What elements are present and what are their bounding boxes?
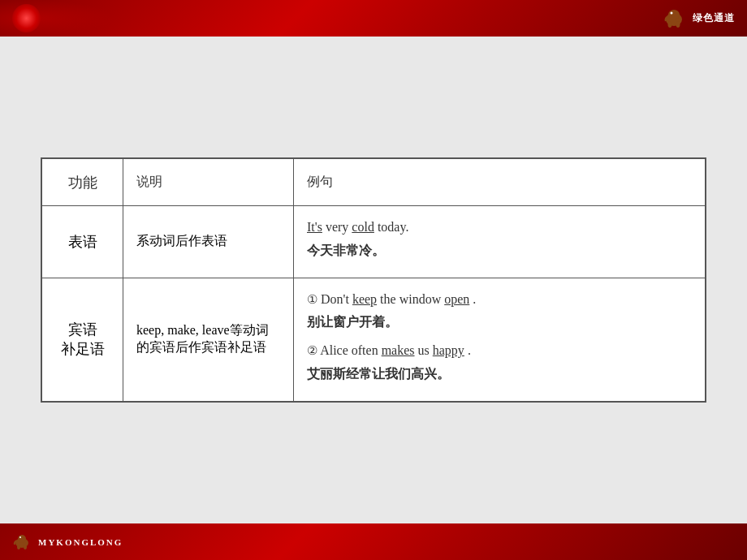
svg-point-6 <box>18 535 26 543</box>
main-content: 功能 说明 例句 表语 系动词后作表语 <box>0 37 747 523</box>
header-circle <box>12 4 41 32</box>
example-chinese-1: 今天非常冷。 <box>307 239 692 263</box>
footer-logo-icon <box>12 532 32 552</box>
underline-its: It's <box>307 220 322 234</box>
header-func: 功能 <box>42 159 123 206</box>
svg-point-4 <box>671 11 673 14</box>
content-table: 功能 说明 例句 表语 系动词后作表语 <box>41 158 706 402</box>
header-logo-text: 绿色通道 <box>693 11 735 25</box>
table-header-row: 功能 说明 例句 <box>42 159 706 206</box>
cell-desc-1: 系动词后作表语 <box>123 206 294 278</box>
underline-cold: cold <box>352 220 374 234</box>
cell-func-1: 表语 <box>42 206 123 278</box>
table-row: 宾语 补足语 keep, make, leave等动词的宾语后作宾语补足语 ① … <box>42 278 706 401</box>
header-example: 例句 <box>294 159 706 206</box>
underline-happy: happy <box>433 343 464 357</box>
svg-point-9 <box>19 536 21 538</box>
example-block-2b: ② Alice often makes us happy . 艾丽斯经常让我们高… <box>307 339 692 386</box>
cell-example-1: It's very cold today. 今天非常冷。 <box>294 206 706 278</box>
example-chinese-2a: 别让窗户开着。 <box>307 311 692 334</box>
svg-point-3 <box>676 21 680 28</box>
header-logo: 绿色通道 <box>662 6 735 31</box>
cell-desc-2: keep, make, leave等动词的宾语后作宾语补足语 <box>123 278 294 401</box>
underline-open: open <box>444 292 469 306</box>
example-english-1: It's very cold today. <box>307 216 692 239</box>
footer-logo-text: MYKONGLONG <box>38 537 123 547</box>
example-chinese-2b: 艾丽斯经常让我们高兴。 <box>307 363 692 386</box>
example-block-2a: ① Don't keep the window open . 别让窗户开着。 <box>307 288 692 335</box>
svg-point-2 <box>668 21 672 28</box>
table-container: 功能 说明 例句 表语 系动词后作表语 <box>41 157 706 403</box>
logo-icon <box>662 6 686 31</box>
table-row: 表语 系动词后作表语 It's very cold today. <box>42 206 706 278</box>
footer-bar: MYKONGLONG <box>0 523 747 560</box>
svg-point-7 <box>17 545 20 549</box>
svg-point-1 <box>668 10 680 19</box>
example-block-1: It's very cold today. 今天非常冷。 <box>307 216 692 263</box>
example-english-2b: ② Alice often makes us happy . <box>307 339 692 363</box>
cell-func-2: 宾语 补足语 <box>42 278 123 401</box>
cell-example-2: ① Don't keep the window open . 别让窗户开着。 <box>294 278 706 401</box>
svg-point-8 <box>24 545 27 549</box>
example-english-2a: ① Don't keep the window open . <box>307 288 692 312</box>
header-desc: 说明 <box>123 159 294 206</box>
header-bar: 绿色通道 <box>0 0 747 37</box>
underline-keep: keep <box>352 292 377 306</box>
underline-makes: makes <box>382 343 415 357</box>
